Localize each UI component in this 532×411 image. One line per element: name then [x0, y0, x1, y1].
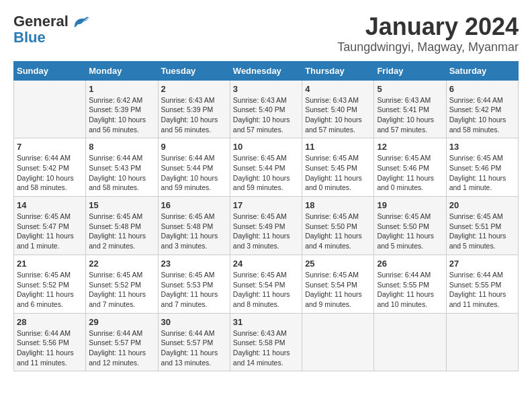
- day-info: Sunrise: 6:45 AMSunset: 5:52 PMDaylight:…: [89, 270, 154, 310]
- header-friday: Friday: [374, 61, 446, 80]
- table-row: 7Sunrise: 6:44 AMSunset: 5:42 PMDaylight…: [14, 138, 86, 197]
- table-row: 17Sunrise: 6:45 AMSunset: 5:49 PMDayligh…: [230, 197, 302, 255]
- header-sunday: Sunday: [14, 61, 86, 80]
- title-section: January 2024 Taungdwingyi, Magway, Myanm…: [337, 13, 519, 54]
- day-number: 26: [377, 259, 443, 269]
- day-info: Sunrise: 6:45 AMSunset: 5:53 PMDaylight:…: [161, 270, 227, 310]
- day-info: Sunrise: 6:45 AMSunset: 5:54 PMDaylight:…: [305, 270, 371, 310]
- logo-general-text: General: [13, 13, 69, 30]
- day-info: Sunrise: 6:45 AMSunset: 5:47 PMDaylight:…: [17, 212, 83, 251]
- header-tuesday: Tuesday: [158, 61, 230, 80]
- day-number: 2: [161, 84, 227, 94]
- table-row: 1Sunrise: 6:42 AMSunset: 5:39 PMDaylight…: [86, 80, 158, 138]
- calendar-header-row: Sunday Monday Tuesday Wednesday Thursday…: [14, 61, 519, 80]
- day-number: 22: [89, 259, 154, 269]
- table-row: 21Sunrise: 6:45 AMSunset: 5:52 PMDayligh…: [14, 255, 86, 313]
- day-number: 15: [89, 200, 154, 210]
- day-number: 3: [233, 84, 299, 94]
- day-info: Sunrise: 6:44 AMSunset: 5:55 PMDaylight:…: [449, 270, 515, 310]
- table-row: 10Sunrise: 6:45 AMSunset: 5:44 PMDayligh…: [230, 138, 302, 197]
- day-number: 21: [17, 259, 83, 269]
- day-info: Sunrise: 6:42 AMSunset: 5:39 PMDaylight:…: [89, 95, 154, 135]
- day-number: 31: [233, 317, 299, 327]
- calendar-week-row: 14Sunrise: 6:45 AMSunset: 5:47 PMDayligh…: [14, 197, 519, 255]
- day-number: 28: [17, 317, 83, 327]
- day-info: Sunrise: 6:44 AMSunset: 5:57 PMDaylight:…: [89, 328, 154, 368]
- month-title: January 2024: [337, 13, 519, 40]
- day-info: Sunrise: 6:45 AMSunset: 5:52 PMDaylight:…: [17, 270, 83, 310]
- day-number: 12: [377, 142, 443, 152]
- day-info: Sunrise: 6:43 AMSunset: 5:40 PMDaylight:…: [305, 95, 371, 135]
- table-row: 25Sunrise: 6:45 AMSunset: 5:54 PMDayligh…: [302, 255, 374, 313]
- table-row: 18Sunrise: 6:45 AMSunset: 5:50 PMDayligh…: [302, 197, 374, 255]
- table-row: 28Sunrise: 6:44 AMSunset: 5:56 PMDayligh…: [14, 313, 86, 371]
- logo: General Blue: [13, 13, 90, 46]
- day-info: Sunrise: 6:43 AMSunset: 5:39 PMDaylight:…: [161, 95, 227, 135]
- table-row: [14, 80, 86, 138]
- day-info: Sunrise: 6:45 AMSunset: 5:51 PMDaylight:…: [449, 212, 515, 251]
- table-row: 8Sunrise: 6:44 AMSunset: 5:43 PMDaylight…: [86, 138, 158, 197]
- table-row: 4Sunrise: 6:43 AMSunset: 5:40 PMDaylight…: [302, 80, 374, 138]
- day-number: 9: [161, 142, 227, 152]
- calendar-table: Sunday Monday Tuesday Wednesday Thursday…: [13, 61, 519, 372]
- table-row: 14Sunrise: 6:45 AMSunset: 5:47 PMDayligh…: [14, 197, 86, 255]
- table-row: 15Sunrise: 6:45 AMSunset: 5:48 PMDayligh…: [86, 197, 158, 255]
- table-row: 5Sunrise: 6:43 AMSunset: 5:41 PMDaylight…: [374, 80, 446, 138]
- table-row: 26Sunrise: 6:44 AMSunset: 5:55 PMDayligh…: [374, 255, 446, 313]
- day-info: Sunrise: 6:45 AMSunset: 5:48 PMDaylight:…: [161, 212, 227, 251]
- day-info: Sunrise: 6:45 AMSunset: 5:46 PMDaylight:…: [377, 153, 443, 193]
- day-number: 16: [161, 200, 227, 210]
- day-info: Sunrise: 6:44 AMSunset: 5:55 PMDaylight:…: [377, 270, 443, 310]
- header-thursday: Thursday: [302, 61, 374, 80]
- day-info: Sunrise: 6:44 AMSunset: 5:43 PMDaylight:…: [89, 153, 154, 193]
- day-number: 7: [17, 142, 83, 152]
- logo-bird-icon: [71, 13, 90, 30]
- table-row: 12Sunrise: 6:45 AMSunset: 5:46 PMDayligh…: [374, 138, 446, 197]
- day-info: Sunrise: 6:44 AMSunset: 5:44 PMDaylight:…: [161, 153, 227, 193]
- day-number: 17: [233, 200, 299, 210]
- day-info: Sunrise: 6:45 AMSunset: 5:50 PMDaylight:…: [377, 212, 443, 251]
- calendar-week-row: 28Sunrise: 6:44 AMSunset: 5:56 PMDayligh…: [14, 313, 519, 371]
- day-number: 20: [449, 200, 515, 210]
- table-row: 23Sunrise: 6:45 AMSunset: 5:53 PMDayligh…: [158, 255, 230, 313]
- day-number: 4: [305, 84, 371, 94]
- day-info: Sunrise: 6:44 AMSunset: 5:42 PMDaylight:…: [17, 153, 83, 193]
- table-row: 27Sunrise: 6:44 AMSunset: 5:55 PMDayligh…: [446, 255, 518, 313]
- table-row: 13Sunrise: 6:45 AMSunset: 5:46 PMDayligh…: [446, 138, 518, 197]
- day-number: 30: [161, 317, 227, 327]
- day-info: Sunrise: 6:44 AMSunset: 5:56 PMDaylight:…: [17, 328, 83, 368]
- day-info: Sunrise: 6:44 AMSunset: 5:42 PMDaylight:…: [449, 95, 515, 135]
- day-info: Sunrise: 6:44 AMSunset: 5:57 PMDaylight:…: [161, 328, 227, 368]
- table-row: 20Sunrise: 6:45 AMSunset: 5:51 PMDayligh…: [446, 197, 518, 255]
- day-number: 25: [305, 259, 371, 269]
- table-row: 16Sunrise: 6:45 AMSunset: 5:48 PMDayligh…: [158, 197, 230, 255]
- header-saturday: Saturday: [446, 61, 518, 80]
- day-number: 8: [89, 142, 154, 152]
- day-info: Sunrise: 6:43 AMSunset: 5:40 PMDaylight:…: [233, 95, 299, 135]
- table-row: 11Sunrise: 6:45 AMSunset: 5:45 PMDayligh…: [302, 138, 374, 197]
- day-number: 6: [449, 84, 515, 94]
- table-row: 3Sunrise: 6:43 AMSunset: 5:40 PMDaylight…: [230, 80, 302, 138]
- day-number: 29: [89, 317, 154, 327]
- day-number: 23: [161, 259, 227, 269]
- day-info: Sunrise: 6:45 AMSunset: 5:54 PMDaylight:…: [233, 270, 299, 310]
- table-row: [374, 313, 446, 371]
- day-number: 27: [449, 259, 515, 269]
- day-number: 24: [233, 259, 299, 269]
- table-row: 31Sunrise: 6:43 AMSunset: 5:58 PMDayligh…: [230, 313, 302, 371]
- day-number: 11: [305, 142, 371, 152]
- day-number: 5: [377, 84, 443, 94]
- calendar-week-row: 21Sunrise: 6:45 AMSunset: 5:52 PMDayligh…: [14, 255, 519, 313]
- day-number: 19: [377, 200, 443, 210]
- day-info: Sunrise: 6:45 AMSunset: 5:48 PMDaylight:…: [89, 212, 154, 251]
- table-row: 30Sunrise: 6:44 AMSunset: 5:57 PMDayligh…: [158, 313, 230, 371]
- day-info: Sunrise: 6:45 AMSunset: 5:49 PMDaylight:…: [233, 212, 299, 251]
- day-number: 1: [89, 84, 154, 94]
- table-row: 19Sunrise: 6:45 AMSunset: 5:50 PMDayligh…: [374, 197, 446, 255]
- day-info: Sunrise: 6:45 AMSunset: 5:50 PMDaylight:…: [305, 212, 371, 251]
- header-monday: Monday: [86, 61, 158, 80]
- day-number: 13: [449, 142, 515, 152]
- day-number: 14: [17, 200, 83, 210]
- day-number: 18: [305, 200, 371, 210]
- day-info: Sunrise: 6:43 AMSunset: 5:58 PMDaylight:…: [233, 328, 299, 368]
